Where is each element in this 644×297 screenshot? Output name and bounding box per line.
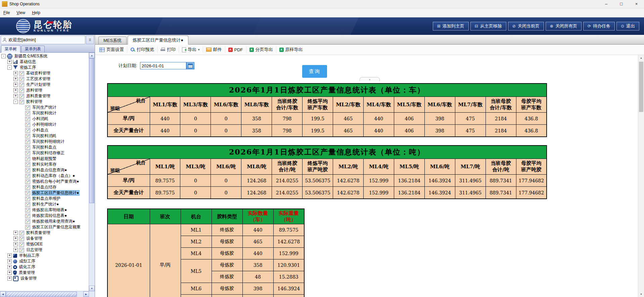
- document-tab[interactable]: MES系统: [98, 37, 127, 44]
- banner-button[interactable]: ⊙ 退出: [616, 22, 639, 31]
- tree-expander-icon[interactable]: +: [7, 265, 12, 269]
- tree-item[interactable]: + 生产计划管理: [0, 82, 89, 87]
- tree-item[interactable]: + 原料质量管理: [0, 93, 89, 99]
- scroll-up-icon[interactable]: ▲: [638, 55, 644, 61]
- tree-item[interactable]: + 密炼OEE: [0, 241, 89, 247]
- tree-item[interactable]: 车间胶料盘点: [0, 144, 89, 150]
- tree-expander-icon[interactable]: +: [7, 253, 12, 258]
- tree-item[interactable]: - 新疆昆仑MES系统: [0, 53, 89, 59]
- banner-button[interactable]: ⊞ 添加到主页: [433, 22, 469, 31]
- tree-item[interactable]: 物料超期预警: [0, 156, 89, 162]
- tree-item-icon: [13, 276, 18, 281]
- menubar-item[interactable]: View: [13, 10, 29, 15]
- scroll-down-icon[interactable]: ▼: [638, 291, 644, 297]
- tree-item[interactable]: + 日志管理: [0, 247, 89, 253]
- tree-expander-icon[interactable]: -: [7, 65, 12, 70]
- tree-item[interactable]: 胶料生产统计●: [0, 201, 89, 207]
- sidebar-tab[interactable]: 菜单列表: [21, 46, 45, 52]
- banner-button[interactable]: ⟳ 待办任务: [583, 22, 615, 31]
- tree-expander-icon[interactable]: +: [7, 259, 12, 263]
- banner-button[interactable]: ⊘ 关闭当前页: [508, 22, 544, 31]
- tree-item[interactable]: 车间胶料消耗: [0, 133, 89, 139]
- tree-expander-icon[interactable]: +: [13, 231, 18, 235]
- tree-item[interactable]: 胶料盘点结存: [0, 184, 89, 190]
- tree-item[interactable]: 终炼胶领用未使用查询●: [0, 219, 89, 224]
- tree-item[interactable]: 小料明细统计: [0, 122, 89, 127]
- toolbar-button[interactable]: PDF: [225, 46, 246, 53]
- document-tab[interactable]: 炼胶工区日产量信息统计●: [128, 36, 188, 45]
- tree-expander-icon[interactable]: +: [7, 60, 12, 64]
- close-icon[interactable]: ×: [629, 0, 644, 8]
- tree-expander-icon[interactable]: -: [1, 54, 6, 58]
- calendar-button[interactable]: [186, 62, 194, 69]
- tree-expander-icon[interactable]: +: [13, 82, 18, 87]
- tree-item[interactable]: 车间胶料结存修正: [0, 150, 89, 156]
- tree-item[interactable]: 小料消耗: [0, 116, 89, 122]
- minimize-icon[interactable]: –: [599, 0, 614, 8]
- tree-item[interactable]: 胶料动态库存（盘点）●: [0, 173, 89, 179]
- tree-expander-icon[interactable]: +: [13, 71, 18, 75]
- scroll-right-icon[interactable]: ▶: [83, 291, 89, 297]
- scroll-left-icon[interactable]: ◀: [0, 291, 6, 297]
- tree-item[interactable]: + 胶料质量管理: [0, 230, 89, 236]
- tree-item[interactable]: 终炼胶出库明细表●: [0, 207, 89, 213]
- tree-item[interactable]: + 工艺技术管理: [0, 76, 89, 82]
- toolbar-button[interactable]: 页面设置: [96, 46, 127, 53]
- tree-item[interactable]: + 基础信息: [0, 59, 89, 65]
- menubar-item[interactable]: Help: [29, 10, 44, 15]
- tree-item[interactable]: - 胶料管理: [0, 99, 89, 105]
- toolbar-button[interactable]: 原样导出: [276, 46, 306, 53]
- sidebar-tab[interactable]: 菜单树: [1, 45, 20, 53]
- tree-expander-icon[interactable]: +: [13, 77, 18, 81]
- tree-item[interactable]: + 设备管理: [0, 276, 89, 281]
- tree-scrollbar-thumb[interactable]: [89, 58, 94, 203]
- tree-horizontal-scrollbar[interactable]: ◀ ▶: [0, 291, 89, 297]
- tree-expander-icon[interactable]: +: [7, 271, 12, 275]
- toolbar-button[interactable]: 打印: [157, 46, 179, 53]
- tree-item[interactable]: + 基础资料管理: [0, 70, 89, 76]
- tree-expander-icon[interactable]: +: [13, 248, 18, 252]
- collapse-panel-handle[interactable]: ▲: [360, 77, 380, 81]
- tree-item[interactable]: 炼胶工区日产量信息统计●: [0, 190, 89, 196]
- toolbar-button[interactable]: 邮件: [203, 46, 225, 53]
- tree-item[interactable]: 车间胶料统计: [0, 110, 89, 116]
- scroll-up-icon[interactable]: ▲: [89, 53, 95, 58]
- tree-hscrollbar-thumb[interactable]: [6, 292, 77, 297]
- banner-button[interactable]: ⊗ 关闭所有页: [546, 22, 582, 31]
- banner-button[interactable]: ⊟ 从主页移除: [470, 22, 506, 31]
- content-scrollbar-thumb[interactable]: [639, 62, 643, 112]
- tree-item[interactable]: 胶料盘点信息查询●: [0, 167, 89, 173]
- panel-grid-button[interactable]: ⠿: [86, 36, 94, 44]
- query-button[interactable]: 查询: [302, 65, 327, 78]
- tree-item[interactable]: 密炼机台每小时产量查询●: [0, 179, 89, 184]
- menubar-item[interactable]: File: [0, 10, 13, 15]
- tree-item[interactable]: + 原料管理: [0, 87, 89, 93]
- tree-item[interactable]: 终炼胶流转信息表●: [0, 213, 89, 219]
- toolbar-button[interactable]: 打印预览: [127, 46, 157, 53]
- tree-expander-icon[interactable]: +: [13, 88, 18, 93]
- tree-item[interactable]: + 硫化工序: [0, 264, 89, 270]
- tree-expander-icon[interactable]: +: [13, 242, 18, 246]
- content-vertical-scrollbar[interactable]: ▲ ▼: [638, 55, 644, 297]
- tree-item[interactable]: + 成型工序: [0, 258, 89, 264]
- tree-expander-icon[interactable]: +: [13, 236, 18, 241]
- tree-item[interactable]: + 半制品工序: [0, 253, 89, 258]
- toolbar-button[interactable]: 导出 ▾: [179, 46, 203, 53]
- maximize-icon[interactable]: □: [614, 0, 629, 8]
- tree-vertical-scrollbar[interactable]: ▲ ▼: [89, 53, 95, 291]
- toolbar-button[interactable]: 分页导出: [246, 46, 276, 53]
- tree-item[interactable]: 车间生产统计: [0, 105, 89, 110]
- tree-item[interactable]: 炼胶工区日产量信息定额重: [0, 224, 89, 230]
- tree-item[interactable]: + 设备管理: [0, 236, 89, 241]
- tree-item[interactable]: 胶料盘点单维护: [0, 196, 89, 201]
- tree-item[interactable]: + 质量管理: [0, 270, 89, 276]
- scroll-down-icon[interactable]: ▼: [89, 286, 95, 291]
- tree-expander-icon[interactable]: +: [13, 94, 18, 98]
- tree-expander-icon[interactable]: +: [7, 276, 12, 281]
- tree-item[interactable]: 胶料实时库存: [0, 162, 89, 167]
- tree-item[interactable]: - 密炼工序: [0, 65, 89, 70]
- tree-item[interactable]: 车间胶料明细统计: [0, 139, 89, 144]
- tree-expander-icon[interactable]: -: [13, 100, 18, 104]
- plan-date-input[interactable]: [140, 62, 186, 69]
- tree-item[interactable]: 小料盘点: [0, 127, 89, 133]
